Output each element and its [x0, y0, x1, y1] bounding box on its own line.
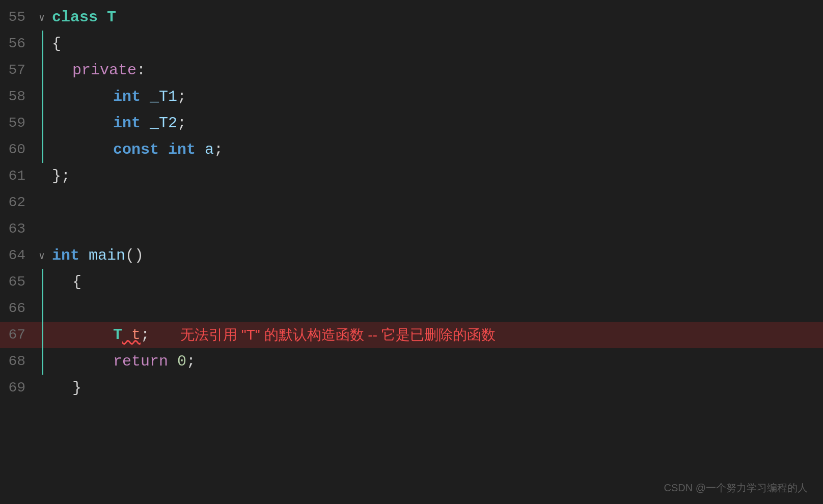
token	[159, 136, 168, 163]
line-number: 67	[0, 322, 36, 348]
code-line: 55∨class T	[0, 4, 823, 31]
line-number: 65	[0, 269, 36, 295]
token: }	[52, 163, 61, 189]
scope-border	[42, 83, 43, 110]
token: main	[79, 242, 125, 269]
scope-border	[42, 110, 43, 136]
token: _T1	[141, 83, 177, 110]
line-number: 57	[0, 57, 36, 83]
code-line: 60const int a;	[0, 136, 823, 163]
token: ;	[141, 322, 150, 348]
token: ;	[177, 83, 186, 110]
code-content: int main()	[48, 242, 823, 269]
code-content: {	[48, 31, 823, 57]
token: return	[113, 348, 168, 375]
code-line: 59int _T2;	[0, 110, 823, 136]
code-line: 65{	[0, 269, 823, 295]
code-content: class T	[48, 4, 823, 31]
token: ()	[125, 242, 144, 269]
token: ;	[186, 348, 196, 375]
token: int	[168, 136, 196, 163]
code-content: }	[48, 375, 823, 401]
scope-border	[42, 322, 43, 348]
code-line: 62	[0, 189, 823, 216]
code-content: const int a;	[48, 136, 823, 163]
code-line: 58int _T1;	[0, 83, 823, 110]
token: T	[107, 4, 116, 31]
token: _T2	[141, 110, 177, 136]
token: T	[113, 322, 122, 348]
scope-border	[42, 31, 43, 57]
code-content: private:	[48, 57, 823, 83]
line-number: 55	[0, 4, 36, 31]
watermark: CSDN @一个努力学习编程的人	[664, 481, 808, 495]
token: {	[52, 31, 61, 57]
token: const	[113, 136, 159, 163]
token: 0	[168, 348, 186, 375]
token: }	[72, 375, 81, 401]
code-line: 67T t;无法引用 "T" 的默认构造函数 -- 它是已删除的函数	[0, 322, 823, 348]
code-line: 63	[0, 216, 823, 242]
code-line: 56{	[0, 31, 823, 57]
token: int	[113, 83, 141, 110]
token: private	[72, 57, 136, 83]
token: :	[136, 57, 146, 83]
token: int	[113, 110, 141, 136]
code-content: {	[48, 269, 823, 295]
code-line: 68return 0;	[0, 348, 823, 375]
line-number: 66	[0, 295, 36, 322]
token: int	[52, 242, 79, 269]
line-number: 61	[0, 163, 36, 189]
code-content: return 0;	[48, 348, 823, 375]
fold-arrow[interactable]: ∨	[36, 11, 48, 24]
code-line: 61};	[0, 163, 823, 189]
code-editor: 55∨class T56{57private:58int _T1;59int _…	[0, 0, 823, 504]
token: {	[72, 269, 81, 295]
token: t	[122, 322, 141, 348]
token: ;	[61, 163, 70, 189]
token: a	[196, 136, 214, 163]
token: ;	[177, 110, 186, 136]
token: ;	[214, 136, 223, 163]
code-line: 66	[0, 295, 823, 322]
line-number: 62	[0, 189, 36, 216]
code-line: 64∨int main()	[0, 242, 823, 269]
code-content: int _T1;	[48, 83, 823, 110]
error-message: 无法引用 "T" 的默认构造函数 -- 它是已删除的函数	[180, 322, 496, 348]
line-number: 63	[0, 216, 36, 242]
line-number: 64	[0, 242, 36, 269]
line-number: 68	[0, 348, 36, 375]
line-number: 59	[0, 110, 36, 136]
line-number: 56	[0, 31, 36, 57]
code-line: 57private:	[0, 57, 823, 83]
line-number: 60	[0, 136, 36, 163]
code-content: int _T2;	[48, 110, 823, 136]
scope-border	[42, 136, 43, 163]
line-number: 58	[0, 83, 36, 110]
token: class	[52, 4, 107, 31]
scope-border	[42, 295, 43, 322]
fold-arrow[interactable]: ∨	[36, 249, 48, 262]
code-area: 55∨class T56{57private:58int _T1;59int _…	[0, 0, 823, 504]
scope-border	[42, 57, 43, 83]
scope-border	[42, 269, 43, 295]
code-content: T t;无法引用 "T" 的默认构造函数 -- 它是已删除的函数	[48, 322, 823, 348]
code-content: };	[48, 163, 823, 189]
line-number: 69	[0, 375, 36, 401]
scope-border	[42, 348, 43, 375]
code-line: 69}	[0, 375, 823, 401]
